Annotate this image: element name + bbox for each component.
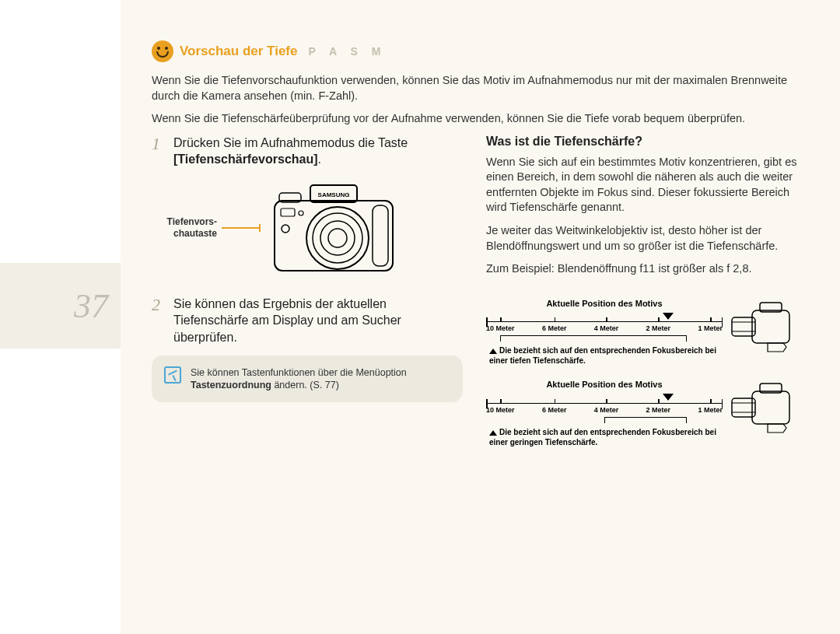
dof-paragraph-3: Zum Beispiel: Blendenöffnung f11 ist grö…: [486, 261, 797, 277]
diagram-caption-deep: Die bezieht sich auf den entsprechenden …: [489, 346, 723, 366]
diagram-caption-shallow: Die bezieht sich auf den entsprechenden …: [489, 428, 723, 447]
dof-paragraph-2: Je weiter das Weitwinkelobjektiv ist, de…: [486, 223, 797, 254]
svg-rect-8: [373, 205, 388, 266]
camera-front-illustration: SAMSUNG: [264, 177, 404, 278]
note-icon: [164, 366, 181, 384]
svg-rect-17: [752, 391, 789, 424]
note-text: Sie können Tastenfunktionen über die Men…: [191, 366, 450, 392]
svg-point-4: [306, 207, 369, 269]
distance-scale-1: 10 Meter 6 Meter 4 Meter 2 Meter 1 Meter: [486, 321, 723, 332]
right-column: Was ist die Tiefenschärfe? Wenn Sie sich…: [486, 135, 797, 462]
svg-point-7: [328, 229, 347, 247]
step-2-number: 2: [152, 296, 166, 346]
svg-point-11: [299, 211, 303, 215]
dof-heading: Was ist die Tiefenschärfe?: [486, 135, 797, 149]
svg-rect-10: [281, 208, 295, 216]
smile-icon: [152, 40, 173, 62]
diagram-shallow-dof: Aktuelle Position des Motivs 10 Meter 6 …: [486, 380, 797, 447]
camera-side-illustration-1: [729, 299, 797, 353]
camera-side-illustration-2: [729, 380, 797, 434]
diagram-title-1: Aktuelle Position des Motivs: [486, 299, 723, 308]
page-content: Vorschau der Tiefe P A S M Wenn Sie die …: [152, 40, 805, 461]
diagram-title-2: Aktuelle Position des Motivs: [486, 380, 723, 389]
step-2-text: Sie können das Ergebnis der aktuellen Ti…: [173, 296, 463, 346]
subject-marker-2: [614, 392, 723, 402]
svg-point-9: [282, 225, 289, 233]
intro-block: Wenn Sie die Tiefenvorschaufunktion verw…: [152, 73, 805, 127]
focus-range-deep: [486, 335, 723, 342]
distance-scale-2: 10 Meter 6 Meter 4 Meter 2 Meter 1 Meter: [486, 403, 723, 414]
svg-rect-12: [752, 310, 789, 343]
callout-leader-line: [222, 227, 259, 229]
left-column: 1 Drücken Sie im Aufnahmemodus die Taste…: [152, 135, 463, 462]
step-2: 2 Sie können das Ergebnis der aktuellen …: [152, 296, 463, 346]
svg-text:SAMSUNG: SAMSUNG: [318, 191, 350, 198]
diagram-deep-dof: Aktuelle Position des Motivs 10 Meter 6 …: [486, 299, 797, 366]
step-1: 1 Drücken Sie im Aufnahmemodus die Taste…: [152, 135, 463, 168]
section-title: Vorschau der Tiefe: [180, 44, 297, 59]
intro-paragraph-1: Wenn Sie die Tiefenvorschaufunktion verw…: [152, 73, 805, 103]
svg-point-6: [320, 221, 355, 255]
section-header: Vorschau der Tiefe P A S M: [152, 40, 805, 62]
page-number-tab: 37: [0, 263, 121, 349]
intro-paragraph-2: Wenn Sie die Tiefenschärfeüberprüfung vo…: [152, 111, 805, 127]
focus-range-shallow: [486, 417, 723, 423]
page-number: 37: [74, 286, 108, 326]
camera-illustration-block: Tiefenvors- chautaste SAMSUNG: [152, 177, 463, 278]
svg-rect-0: [275, 201, 393, 271]
dof-paragraph-1: Wenn Sie sich auf ein bestimmtes Motiv k…: [486, 155, 797, 215]
step-1-number: 1: [152, 135, 166, 168]
step-1-text: Drücken Sie im Aufnahmemodus die Taste […: [173, 135, 463, 168]
mode-indicator: P A S M: [308, 45, 386, 58]
subject-marker-1: [614, 311, 723, 321]
button-callout-label: Tiefenvors- chautaste: [152, 216, 217, 239]
note-box: Sie können Tastenfunktionen über die Men…: [152, 356, 463, 403]
